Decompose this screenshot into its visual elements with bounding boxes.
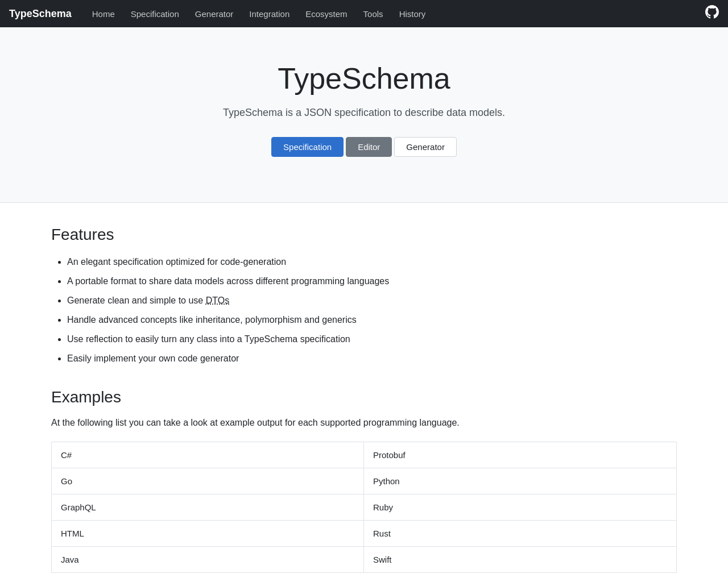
features-section: Features An elegant specification optimi… [51,226,677,365]
nav-link-history[interactable]: History [392,6,433,22]
generator-button[interactable]: Generator [394,137,457,157]
hero-section: TypeSchema TypeSchema is a JSON specific… [0,27,728,203]
examples-title: Examples [51,388,677,406]
nav-link-specification[interactable]: Specification [124,6,186,22]
nav-link-ecosystem[interactable]: Ecosystem [299,6,354,22]
list-item: Use reflection to easily turn any class … [67,332,677,346]
example-item-csharp[interactable]: C# [52,442,363,468]
list-item: An elegant specification optimized for c… [67,255,677,269]
examples-left-column: C# Go GraphQL HTML Java [52,442,364,572]
example-item-swift[interactable]: Swift [364,547,676,572]
nav-links: HomeSpecificationGeneratorIntegrationEco… [85,6,705,22]
editor-button[interactable]: Editor [346,137,392,157]
examples-grid: C# Go GraphQL HTML Java Protobuf Python … [51,442,677,573]
example-item-protobuf[interactable]: Protobuf [364,442,676,468]
nav-link-integration[interactable]: Integration [242,6,296,22]
examples-section: Examples At the following list you can t… [51,388,677,573]
navbar: TypeSchema HomeSpecificationGeneratorInt… [0,0,728,27]
hero-buttons: Specification Editor Generator [11,137,717,157]
nav-link-home[interactable]: Home [85,6,122,22]
list-item: Handle advanced concepts like inheritanc… [67,313,677,327]
examples-description: At the following list you can take a loo… [51,418,677,428]
features-list: An elegant specification optimized for c… [51,255,677,365]
example-item-python[interactable]: Python [364,468,676,494]
hero-subtitle: TypeSchema is a JSON specification to de… [11,107,717,119]
example-item-html[interactable]: HTML [52,521,363,547]
example-item-java[interactable]: Java [52,547,363,572]
list-item: Easily implement your own code generator [67,352,677,365]
example-item-graphql[interactable]: GraphQL [52,494,363,521]
nav-brand[interactable]: TypeSchema [9,8,72,20]
example-item-rust[interactable]: Rust [364,521,676,547]
nav-link-generator[interactable]: Generator [188,6,241,22]
example-item-ruby[interactable]: Ruby [364,494,676,521]
features-title: Features [51,226,677,244]
github-icon[interactable] [705,5,719,22]
nav-link-tools[interactable]: Tools [357,6,390,22]
list-item: A portable format to share data models a… [67,275,677,288]
example-item-go[interactable]: Go [52,468,363,494]
specification-button[interactable]: Specification [271,137,344,157]
main-content: Features An elegant specification optimi… [40,203,688,582]
examples-right-column: Protobuf Python Ruby Rust Swift [364,442,676,572]
hero-title: TypeSchema [11,61,717,95]
list-item: Generate clean and simple to use DTOs [67,294,677,307]
